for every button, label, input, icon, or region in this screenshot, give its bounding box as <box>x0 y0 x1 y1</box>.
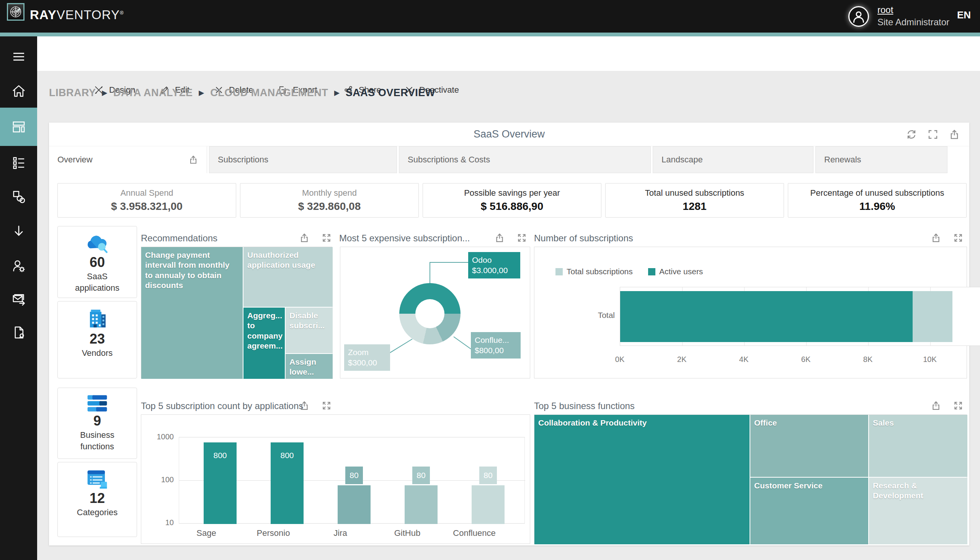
kpi-percent-unused: Percentage of unused subscriptions 11.96… <box>788 183 967 218</box>
recommendations-treemap: Change payment intervall from monthly to… <box>141 247 332 378</box>
sidebar-item-dashboards[interactable] <box>0 108 37 146</box>
x-tick: 2K <box>670 355 693 364</box>
bar-confluence[interactable] <box>472 485 505 524</box>
tab-renewals[interactable]: Renewals <box>816 146 947 173</box>
refresh-icon[interactable] <box>905 128 918 141</box>
kpi-value: $ 516.886,90 <box>481 200 543 213</box>
treemap-tile-collaboration-productivity[interactable]: Collaboration & Productivity <box>535 415 749 544</box>
panel-export-icon[interactable] <box>493 232 506 244</box>
page: RAYVENTORY® root Site Administrator EN <box>0 0 980 560</box>
treemap-tile-disable-subscriptions[interactable]: Disable subscri... <box>286 308 333 353</box>
dashboard-title: SaaS Overview <box>473 128 545 140</box>
sidebar-item-objects[interactable] <box>0 180 37 213</box>
breadcrumb-saas-overview[interactable]: SAAS OVERVIEW <box>345 87 435 99</box>
stat-value: 60 <box>90 255 105 270</box>
callout-value: $300,00 <box>348 357 386 368</box>
tab-overview[interactable]: Overview <box>49 146 207 173</box>
panel-expand-icon[interactable] <box>320 399 333 412</box>
bar-active-users[interactable] <box>620 291 913 342</box>
dashboard-title-actions <box>905 128 961 141</box>
x-tick: 4K <box>733 355 755 364</box>
top-apps-chart: 1000 100 10 800 800 80 80 80 Sage Per <box>141 415 530 544</box>
hamburger-icon <box>11 48 27 65</box>
x-label-sage: Sage <box>181 528 231 538</box>
legend-total-subscriptions[interactable]: Total subscriptions <box>555 267 633 276</box>
brand-wordmark: RAYVENTORY® <box>30 8 124 22</box>
top-functions-title: Top 5 business functions <box>534 401 635 412</box>
panel-expand-icon[interactable] <box>515 232 528 244</box>
donut-chart[interactable] <box>399 283 460 344</box>
stat-vendors: 23 Vendors <box>57 301 137 378</box>
sidebar-menu-toggle[interactable] <box>0 40 37 73</box>
sidebar-item-user-settings[interactable] <box>0 249 37 282</box>
download-arrow-icon <box>11 224 27 239</box>
sidebar-item-downloads[interactable] <box>0 215 37 248</box>
dashboard-icon <box>11 119 27 135</box>
breadcrumb-data-analyze[interactable]: DATA ANALYZE <box>113 87 193 99</box>
panel-export-icon[interactable] <box>298 232 311 244</box>
language-selector[interactable]: EN <box>957 9 971 21</box>
bar-category-label: Total <box>588 311 615 320</box>
kpi-annual-spend: Annual Spend $ 3.958.321,00 <box>57 183 236 218</box>
sidebar-item-home[interactable] <box>0 75 37 108</box>
rayventory-logo[interactable] <box>7 3 25 21</box>
bar-value-badge: 80 <box>412 467 430 484</box>
kpi-label: Possible savings per year <box>464 188 560 198</box>
expensive-subscriptions-chart: Odoo $3.000,00 Conflue... $800,00 Zoom $… <box>340 247 530 378</box>
panel-expand-icon[interactable] <box>952 399 965 412</box>
export-share-icon[interactable] <box>948 128 961 141</box>
panel-export-icon[interactable] <box>298 399 311 412</box>
treemap-tile-office[interactable]: Office <box>750 415 868 477</box>
panel-export-icon[interactable] <box>930 399 942 412</box>
dashboard-tabstrip: Overview Subscriptions Subscriptions & C… <box>49 146 969 173</box>
cloud-search-icon <box>85 233 110 254</box>
donut-callout-zoom[interactable]: Zoom $300,00 <box>344 344 390 371</box>
donut-callout-confluence[interactable]: Conflue... $800,00 <box>471 332 521 358</box>
treemap-tile-sales[interactable]: Sales <box>869 415 967 477</box>
treemap-tile-change-payment[interactable]: Change payment intervall from monthly to… <box>141 247 243 379</box>
bar-sage[interactable]: 800 <box>204 442 237 524</box>
breadcrumb-separator-icon: ▶ <box>102 89 108 97</box>
user-avatar[interactable] <box>848 6 869 27</box>
tab-subscriptions-costs[interactable]: Subscriptions & Costs <box>399 146 651 173</box>
legend-swatch <box>648 268 655 275</box>
donut-hole <box>415 299 444 328</box>
treemap-tile-assign-lower[interactable]: Assign lowe... <box>286 354 333 379</box>
kpi-value: 11.96% <box>859 200 895 213</box>
sidebar-item-reports[interactable] <box>0 146 37 179</box>
legend-active-users[interactable]: Active users <box>648 267 703 276</box>
legend-label: Total subscriptions <box>566 267 633 276</box>
tab-export-icon[interactable] <box>188 155 198 165</box>
fullscreen-icon[interactable] <box>927 128 939 141</box>
treemap-tile-aggregate-agreements[interactable]: Aggreg... to company agreem... <box>244 308 285 379</box>
tab-renewals-label: Renewals <box>824 155 861 165</box>
treemap-tile-research-development[interactable]: Research & Development <box>869 478 967 544</box>
top-apps-actions <box>298 399 333 412</box>
x-tick: 6K <box>794 355 817 364</box>
callout-value: $3.000,00 <box>472 265 517 275</box>
breadcrumb-cloud-management[interactable]: CLOUD MANAGEMENT <box>210 87 328 99</box>
recommendations-actions <box>298 232 333 244</box>
treemap-tile-customer-service[interactable]: Customer Service <box>750 478 868 544</box>
radar-icon <box>9 5 22 18</box>
stat-value: 23 <box>90 331 105 347</box>
panel-export-icon[interactable] <box>930 232 942 244</box>
sidebar-item-document-tools[interactable] <box>0 316 37 349</box>
x-label-personio: Personio <box>248 528 298 538</box>
shapes-icon <box>11 189 27 205</box>
panel-expand-icon[interactable] <box>320 232 333 244</box>
stat-saas-applications: 60 SaaS applications <box>57 226 137 298</box>
user-name-link[interactable]: root <box>877 5 893 15</box>
tab-landscape[interactable]: Landscape <box>653 146 814 173</box>
breadcrumb-library[interactable]: LIBRARY <box>49 87 96 99</box>
bar-personio[interactable]: 800 <box>271 442 304 524</box>
bar-jira[interactable] <box>338 485 370 524</box>
bar-github[interactable] <box>405 485 438 524</box>
sidebar-item-mail[interactable] <box>0 282 37 315</box>
tab-subscriptions[interactable]: Subscriptions <box>209 146 397 173</box>
top-functions-treemap: Collaboration & Productivity Office Cust… <box>534 415 967 544</box>
treemap-tile-unauthorized-usage[interactable]: Unauthorized application usage <box>244 247 333 307</box>
donut-callout-odoo[interactable]: Odoo $3.000,00 <box>468 252 520 278</box>
panel-expand-icon[interactable] <box>952 232 965 244</box>
y-tick-100: 100 <box>153 475 174 484</box>
